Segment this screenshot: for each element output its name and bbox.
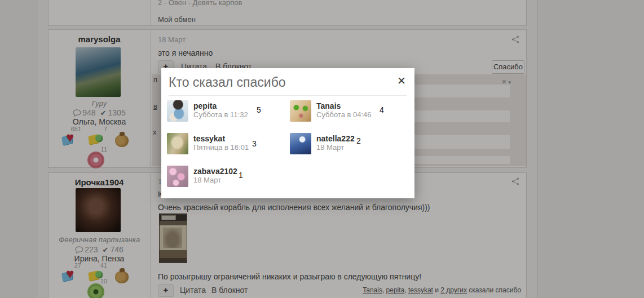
annotation-number: 5 [257,105,261,114]
annotation-number: 1 [239,171,243,180]
forum-page: 2 - Овен - Девять карпов Мой обмен marys… [0,0,644,298]
avatar[interactable] [290,133,311,154]
annotation-number: 4 [380,105,384,114]
modal-divider [169,95,407,96]
who-thanked-modal: Кто сказал спасибо ✕ pepita Суббота в 11… [161,68,414,198]
user-link[interactable]: natella222 [316,134,355,143]
avatar[interactable] [167,133,188,154]
annotation-number: 3 [252,139,257,148]
modal-title: Кто сказал спасибо [169,75,407,90]
thanked-time: Пятница в 16:01 [193,143,249,152]
list-item: zabava2102 18 Март [167,166,290,188]
list-item: tessykat Пятница в 16:01 [167,133,290,155]
avatar[interactable] [290,100,311,122]
list-item: pepita Суббота в 11:32 [167,100,290,123]
thanked-users-list: pepita Суббота в 11:32 Tanais Суббота в … [167,100,408,188]
user-link[interactable]: zabava2102 [193,167,237,176]
user-link[interactable]: Tanais [316,101,372,110]
thanked-time: 18 Март [193,176,237,185]
avatar[interactable] [167,166,188,187]
annotation-number: 2 [356,136,361,145]
user-link[interactable]: pepita [193,101,248,110]
thanked-time: 18 Март [316,143,355,152]
list-item: natella222 18 Март [290,133,413,155]
avatar[interactable] [167,100,188,122]
user-link[interactable]: tessykat [193,134,249,143]
thanked-time: Суббота в 11:32 [193,110,248,119]
thanked-time: Суббота в 04:46 [316,110,372,119]
list-item: Tanais Суббота в 04:46 [290,100,413,123]
close-icon[interactable]: ✕ [397,74,406,87]
